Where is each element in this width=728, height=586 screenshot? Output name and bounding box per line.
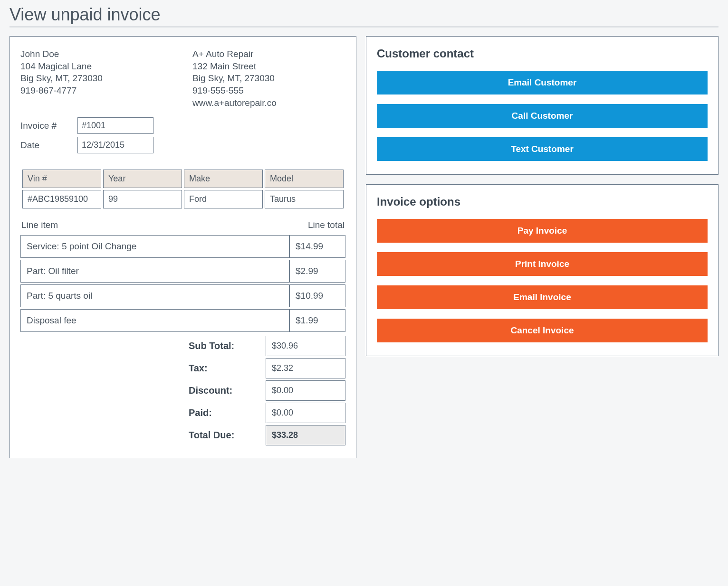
pay-invoice-button[interactable]: Pay Invoice: [377, 219, 708, 243]
company-phone: 919-555-555: [192, 85, 345, 97]
customer-city: Big Sky, MT, 273030: [20, 72, 173, 85]
invoice-panel: John Doe 104 Magical Lane Big Sky, MT, 2…: [10, 36, 356, 458]
page-rule: [10, 27, 718, 28]
subtotal-label: Sub Total:: [189, 340, 266, 351]
invoice-options-title: Invoice options: [377, 195, 708, 208]
table-row: Disposal fee $1.99: [20, 309, 345, 332]
tax-label: Tax:: [189, 363, 266, 374]
table-row: Service: 5 point Oil Change $14.99: [20, 235, 345, 258]
vehicle-model: Taurus: [265, 190, 344, 208]
line-item: Disposal fee: [20, 309, 289, 332]
page-title: View unpaid invoice: [10, 5, 718, 25]
line-total: $10.99: [289, 284, 345, 307]
customer-phone: 919-867-4777: [20, 85, 173, 97]
company-address-block: A+ Auto Repair 132 Main Street Big Sky, …: [192, 48, 345, 109]
totals-block: Sub Total: $30.96 Tax: $2.32 Discount: $…: [189, 336, 345, 445]
line-item: Part: Oil filter: [20, 260, 289, 283]
table-row: Part: Oil filter $2.99: [20, 260, 345, 283]
line-item: Service: 5 point Oil Change: [20, 235, 289, 258]
email-customer-button[interactable]: Email Customer: [377, 71, 708, 95]
tax-value: $2.32: [266, 358, 345, 378]
vehicle-year: 99: [103, 190, 182, 208]
company-website: www.a+autorepair.co: [192, 97, 345, 109]
vehicle-header-year: Year: [103, 170, 182, 188]
line-total: $1.99: [289, 309, 345, 332]
vehicle-header-model: Model: [265, 170, 344, 188]
total-due-value: $33.28: [266, 425, 345, 445]
invoice-options-panel: Invoice options Pay Invoice Print Invoic…: [366, 184, 718, 356]
customer-address-block: John Doe 104 Magical Lane Big Sky, MT, 2…: [20, 48, 173, 109]
customer-contact-title: Customer contact: [377, 47, 708, 60]
paid-value: $0.00: [266, 403, 345, 423]
vehicle-header-make: Make: [184, 170, 263, 188]
total-due-label: Total Due:: [189, 430, 266, 441]
discount-value: $0.00: [266, 380, 345, 401]
discount-label: Discount:: [189, 385, 266, 396]
invoice-number-label: Invoice #: [20, 121, 77, 131]
subtotal-value: $30.96: [266, 336, 345, 356]
call-customer-button[interactable]: Call Customer: [377, 104, 708, 128]
line-total: $14.99: [289, 235, 345, 258]
customer-address: 104 Magical Lane: [20, 60, 173, 73]
vehicle-vin: #ABC19859100: [22, 190, 101, 208]
invoice-date-label: Date: [20, 140, 77, 151]
table-row: Part: 5 quarts oil $10.99: [20, 284, 345, 307]
customer-name: John Doe: [20, 48, 173, 60]
company-city: Big Sky, MT, 273030: [192, 72, 345, 85]
company-address: 132 Main Street: [192, 60, 345, 73]
cancel-invoice-button[interactable]: Cancel Invoice: [377, 319, 708, 342]
vehicle-make: Ford: [184, 190, 263, 208]
customer-contact-panel: Customer contact Email Customer Call Cus…: [366, 36, 718, 175]
invoice-number-input[interactable]: [77, 117, 153, 134]
email-invoice-button[interactable]: Email Invoice: [377, 285, 708, 309]
line-item: Part: 5 quarts oil: [20, 284, 289, 307]
line-total: $2.99: [289, 260, 345, 283]
line-item-header: Line item: [21, 220, 58, 230]
invoice-date-input[interactable]: [77, 137, 153, 153]
vehicle-table: Vin # Year Make Model #ABC19859100 99 Fo…: [20, 168, 345, 210]
line-items-table: Service: 5 point Oil Change $14.99 Part:…: [20, 233, 345, 334]
vehicle-header-vin: Vin #: [22, 170, 101, 188]
company-name: A+ Auto Repair: [192, 48, 345, 60]
print-invoice-button[interactable]: Print Invoice: [377, 252, 708, 276]
paid-label: Paid:: [189, 407, 266, 418]
text-customer-button[interactable]: Text Customer: [377, 137, 708, 161]
line-total-header: Line total: [308, 220, 345, 230]
